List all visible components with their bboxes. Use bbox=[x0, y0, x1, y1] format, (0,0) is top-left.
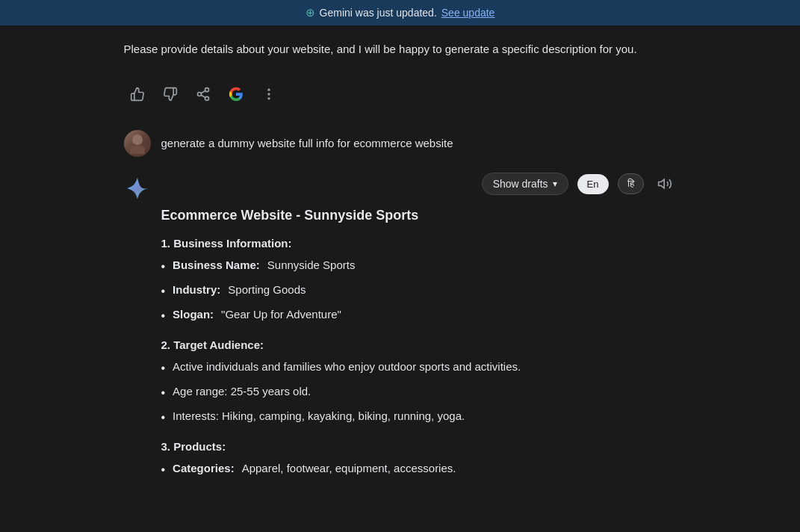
list-item: Age range: 25-55 years old. bbox=[161, 383, 677, 402]
thumbs-up-button[interactable] bbox=[124, 81, 151, 108]
response-content: Show drafts ▾ En हि Ecommerce Website - … bbox=[161, 172, 677, 492]
bullet-bold: Categories: bbox=[173, 460, 235, 477]
section-target-audience: 2. Target Audience: Active individuals a… bbox=[161, 338, 677, 427]
section-2-list: Active individuals and families who enjo… bbox=[161, 359, 677, 427]
gemini-icon bbox=[124, 175, 151, 202]
gemini-response-section: Show drafts ▾ En हि Ecommerce Website - … bbox=[124, 172, 677, 492]
section-3-title: 3. Products: bbox=[161, 440, 677, 453]
svg-line-3 bbox=[201, 95, 205, 97]
thumbs-down-button[interactable] bbox=[157, 81, 184, 108]
bullet-text: Sporting Goods bbox=[228, 282, 306, 299]
svg-point-6 bbox=[267, 93, 270, 95]
bullet-text: Active individuals and families who enjo… bbox=[173, 359, 521, 376]
section-business-info: 1. Business Information: Business Name: … bbox=[161, 237, 677, 325]
lang-hi-button[interactable]: हि bbox=[618, 173, 644, 194]
more-options-button[interactable] bbox=[255, 81, 282, 108]
bullet-text: "Gear Up for Adventure" bbox=[221, 306, 341, 324]
banner-text: Gemini was just updated. bbox=[320, 7, 437, 19]
list-item: Slogan: "Gear Up for Adventure" bbox=[161, 306, 677, 325]
update-banner: ⊕ Gemini was just updated. See update bbox=[0, 0, 800, 25]
bullet-text: Interests: Hiking, camping, kayaking, bi… bbox=[173, 408, 465, 425]
section-2-title: 2. Target Audience: bbox=[161, 338, 677, 351]
section-1-title: 1. Business Information: bbox=[161, 237, 677, 250]
list-item: Active individuals and families who enjo… bbox=[161, 359, 677, 377]
list-item: Business Name: Sunnyside Sports bbox=[161, 257, 677, 276]
svg-point-5 bbox=[267, 89, 270, 91]
list-item: Interests: Hiking, camping, kayaking, bi… bbox=[161, 408, 677, 427]
lang-en-button[interactable]: En bbox=[577, 174, 609, 194]
see-update-link[interactable]: See update bbox=[441, 7, 495, 19]
google-button[interactable] bbox=[223, 81, 249, 108]
action-buttons-row bbox=[124, 81, 677, 108]
shield-icon: ⊕ bbox=[306, 6, 315, 19]
bullet-bold: Slogan: bbox=[173, 306, 214, 324]
previous-response: Please provide details about your websit… bbox=[124, 25, 677, 81]
bullet-text: Sunnyside Sports bbox=[267, 257, 356, 274]
chevron-down-icon: ▾ bbox=[553, 179, 557, 189]
show-drafts-button[interactable]: Show drafts ▾ bbox=[482, 173, 568, 195]
user-query-section: generate a dummy website full info for e… bbox=[124, 130, 677, 157]
section-3-list: Categories: Apparel, footwear, equipment… bbox=[161, 460, 677, 479]
section-1-list: Business Name: Sunnyside Sports Industry… bbox=[161, 257, 677, 325]
avatar bbox=[124, 130, 151, 157]
svg-marker-8 bbox=[658, 179, 664, 188]
list-item: Industry: Sporting Goods bbox=[161, 282, 677, 300]
user-query-text: generate a dummy website full info for e… bbox=[161, 130, 453, 152]
bullet-bold: Industry: bbox=[173, 282, 220, 299]
previous-response-text: Please provide details about your websit… bbox=[124, 40, 677, 58]
svg-line-4 bbox=[201, 90, 205, 93]
sound-button[interactable] bbox=[653, 172, 677, 196]
show-drafts-bar: Show drafts ▾ En हि bbox=[161, 172, 677, 196]
bullet-text: Apparel, footwear, equipment, accessorie… bbox=[242, 460, 456, 477]
list-item: Categories: Apparel, footwear, equipment… bbox=[161, 460, 677, 479]
bullet-text: Age range: 25-55 years old. bbox=[173, 383, 311, 400]
bullet-bold: Business Name: bbox=[173, 257, 260, 274]
show-drafts-label: Show drafts bbox=[493, 178, 548, 190]
svg-point-7 bbox=[267, 97, 270, 99]
response-heading: Ecommerce Website - Sunnyside Sports bbox=[161, 208, 677, 223]
share-button[interactable] bbox=[190, 81, 217, 108]
chat-container: Please provide details about your websit… bbox=[64, 25, 737, 492]
section-products: 3. Products: Categories: Apparel, footwe… bbox=[161, 440, 677, 479]
